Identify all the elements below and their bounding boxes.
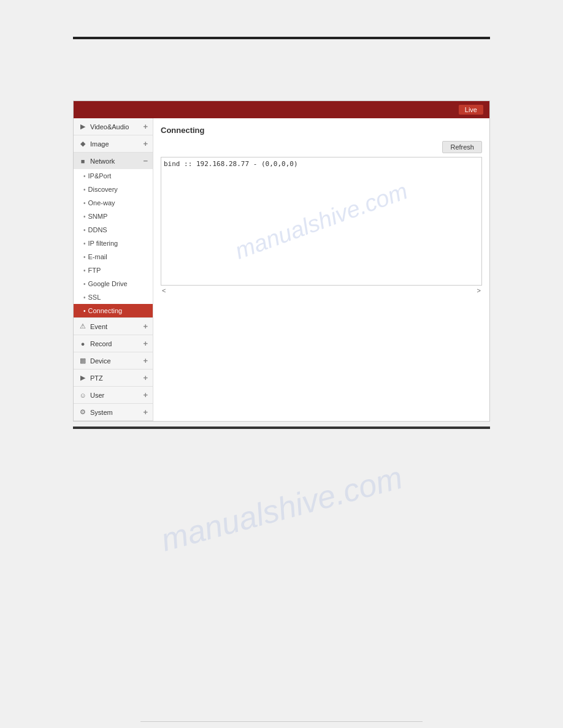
sidebar-section-user: ☺ User + bbox=[74, 387, 153, 404]
ptz-icon: ▶ bbox=[79, 374, 87, 382]
toggle-system[interactable]: + bbox=[143, 408, 148, 417]
sidebar-item-ddns[interactable]: DDNS bbox=[74, 223, 153, 237]
sidebar-item-network[interactable]: ■ Network − bbox=[74, 153, 153, 169]
sidebar-label-image: Image bbox=[90, 140, 109, 148]
system-icon: ⚙ bbox=[79, 408, 87, 417]
content-title: Connecting bbox=[161, 126, 482, 135]
toggle-video-audio[interactable]: + bbox=[143, 122, 148, 131]
sidebar-item-google-drive[interactable]: Google Drive bbox=[74, 277, 153, 290]
toggle-device[interactable]: + bbox=[143, 356, 148, 365]
footer-line bbox=[140, 721, 423, 722]
sidebar-section-video-audio: ▶ Video&Audio + bbox=[74, 118, 153, 135]
sidebar-item-one-way[interactable]: One-way bbox=[74, 196, 153, 210]
sidebar-item-email[interactable]: E-mail bbox=[74, 250, 153, 264]
device-icon: ▩ bbox=[79, 357, 87, 365]
record-icon: ● bbox=[79, 339, 87, 348]
sidebar-section-device: ▩ Device + bbox=[74, 352, 153, 370]
sidebar-item-image[interactable]: ◆ Image + bbox=[74, 135, 153, 152]
scroll-right-arrow[interactable]: > bbox=[477, 287, 481, 294]
toggle-ptz[interactable]: + bbox=[143, 373, 148, 382]
toggle-network[interactable]: − bbox=[143, 156, 148, 165]
event-icon: ⚠ bbox=[79, 322, 87, 331]
content-area: Connecting Refresh bind :: 192.168.28.77… bbox=[153, 118, 489, 421]
ui-container: Live ▶ Video&Audio + bbox=[73, 100, 490, 422]
sidebar-item-ip-port[interactable]: IP&Port bbox=[74, 169, 153, 183]
top-bar bbox=[73, 37, 490, 39]
film-icon: ▶ bbox=[79, 123, 87, 131]
sidebar-item-video-audio[interactable]: ▶ Video&Audio + bbox=[74, 118, 153, 135]
sidebar-label-record: Record bbox=[90, 340, 112, 347]
sidebar-label-ptz: PTZ bbox=[90, 374, 103, 382]
sidebar-label-device: Device bbox=[90, 357, 111, 365]
scrollbar-row: < > bbox=[161, 287, 482, 294]
network-icon: ■ bbox=[79, 157, 87, 165]
page-wrapper: Live ▶ Video&Audio + bbox=[0, 0, 563, 728]
sidebar-item-record[interactable]: ● Record + bbox=[74, 335, 153, 352]
sidebar-section-record: ● Record + bbox=[74, 335, 153, 352]
sidebar-item-event[interactable]: ⚠ Event + bbox=[74, 318, 153, 335]
sidebar-section-system: ⚙ System + bbox=[74, 404, 153, 421]
sidebar-label-system: System bbox=[90, 409, 113, 416]
sidebar-item-ftp[interactable]: FTP bbox=[74, 264, 153, 277]
main-layout: ▶ Video&Audio + ◆ Image + bbox=[74, 118, 489, 421]
sidebar-item-system[interactable]: ⚙ System + bbox=[74, 404, 153, 420]
sidebar-item-discovery[interactable]: Discovery bbox=[74, 183, 153, 196]
sidebar-item-snmp[interactable]: SNMP bbox=[74, 210, 153, 223]
live-button[interactable]: Live bbox=[459, 105, 483, 115]
scroll-left-arrow[interactable]: < bbox=[162, 287, 166, 294]
sidebar-section-image: ◆ Image + bbox=[74, 135, 153, 153]
refresh-row: Refresh bbox=[161, 141, 482, 153]
sidebar-section-event: ⚠ Event + bbox=[74, 318, 153, 335]
sidebar-label-network: Network bbox=[90, 157, 115, 165]
sidebar-item-ssl[interactable]: SSL bbox=[74, 290, 153, 304]
user-icon: ☺ bbox=[79, 391, 87, 400]
bottom-section: manualshive.com bbox=[0, 429, 563, 728]
refresh-button[interactable]: Refresh bbox=[442, 141, 482, 153]
watermark-text: manualshive.com bbox=[232, 178, 412, 265]
sidebar-item-ptz[interactable]: ▶ PTZ + bbox=[74, 370, 153, 386]
sidebar-label-user: User bbox=[90, 392, 104, 399]
toggle-event[interactable]: + bbox=[143, 322, 148, 331]
sidebar-item-ip-filtering[interactable]: IP filtering bbox=[74, 237, 153, 250]
sidebar-label-event: Event bbox=[90, 323, 107, 330]
network-sub-items: IP&Port Discovery One-way SNMP DDNS bbox=[74, 169, 153, 317]
header-bar: Live bbox=[74, 101, 489, 118]
image-icon: ◆ bbox=[79, 140, 87, 148]
toggle-record[interactable]: + bbox=[143, 339, 148, 348]
sidebar-section-ptz: ▶ PTZ + bbox=[74, 370, 153, 387]
sidebar-label-video-audio: Video&Audio bbox=[90, 123, 129, 131]
sidebar-item-user[interactable]: ☺ User + bbox=[74, 387, 153, 403]
toggle-user[interactable]: + bbox=[143, 390, 148, 400]
sidebar-item-connecting[interactable]: Connecting bbox=[74, 304, 153, 317]
log-text: bind :: 192.168.28.77 - (0,0,0,0) bbox=[164, 160, 298, 168]
log-box[interactable]: bind :: 192.168.28.77 - (0,0,0,0) manual… bbox=[161, 157, 482, 286]
sidebar-section-network: ■ Network − IP&Port Discovery On bbox=[74, 153, 153, 318]
sidebar-item-device[interactable]: ▩ Device + bbox=[74, 352, 153, 369]
toggle-image[interactable]: + bbox=[143, 139, 148, 148]
sidebar: ▶ Video&Audio + ◆ Image + bbox=[74, 118, 153, 421]
bottom-watermark: manualshive.com bbox=[157, 459, 406, 559]
